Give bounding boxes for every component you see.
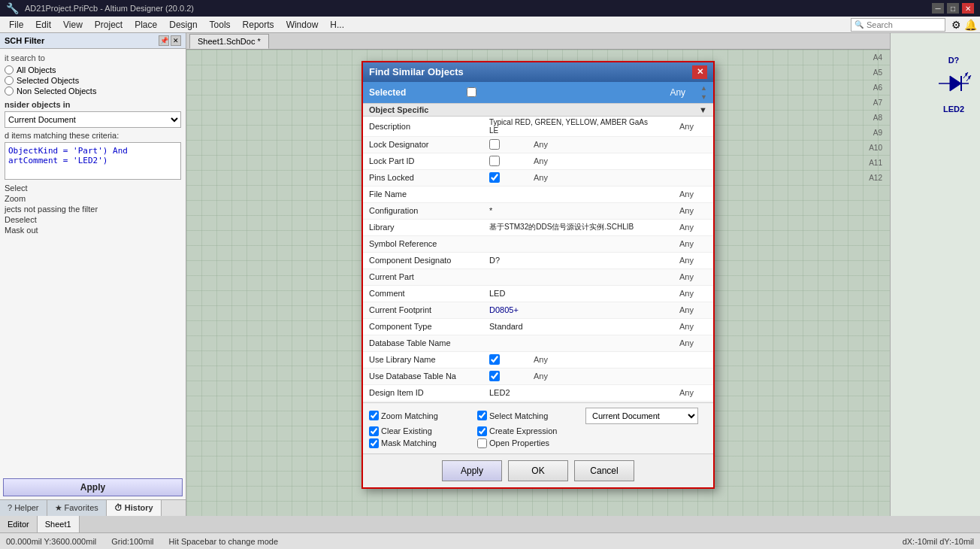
- prop-value-description: Typical RED, GREEN, YELLOW, AMBER GaAs L…: [489, 118, 649, 135]
- prop-any-lock-designator: Any: [503, 140, 548, 149]
- left-apply-button[interactable]: Apply: [3, 478, 183, 496]
- prop-row-description: Description Typical RED, GREEN, YELLOW, …: [363, 117, 713, 137]
- menu-tools[interactable]: Tools: [204, 18, 237, 32]
- consider-scope-select[interactable]: Current Document All Documents: [5, 111, 181, 128]
- dialog-apply-button[interactable]: Apply: [442, 460, 502, 481]
- prop-row-design-item-id: Design Item ID LED2 Any: [363, 385, 713, 402]
- radio-all-objects[interactable]: All Objects: [5, 65, 181, 74]
- notification-icon[interactable]: 🔔: [964, 19, 977, 31]
- mask-matching-label: Mask Matching: [381, 438, 437, 447]
- prop-name-component-designator: Component Designato: [369, 256, 489, 265]
- prop-name-lock-designator: Lock Designator: [369, 140, 489, 149]
- select-matching-checkbox[interactable]: [477, 411, 487, 420]
- radio-selected-objects[interactable]: Selected Objects: [5, 76, 181, 85]
- prop-value-design-item-id: LED2: [489, 388, 649, 397]
- dialog-close-button[interactable]: ✕: [692, 65, 707, 79]
- filter-zoom[interactable]: Zoom: [5, 193, 181, 204]
- search-icon: 🔍: [854, 20, 864, 29]
- radio-non-selected-objects[interactable]: Non Selected Objects: [5, 86, 181, 96]
- prop-any-component-designator: Any: [649, 256, 694, 265]
- menu-file[interactable]: File: [3, 18, 29, 32]
- select-matching-label: Select Matching: [489, 411, 548, 420]
- panel-close-button[interactable]: ✕: [171, 35, 181, 46]
- menu-view[interactable]: View: [57, 18, 89, 32]
- open-properties-checkbox[interactable]: [477, 438, 487, 448]
- prop-checkbox-use-database-table-name[interactable]: [489, 371, 500, 381]
- status-tabs: Editor Sheet1: [0, 516, 980, 532]
- settings-icon[interactable]: ⚙: [951, 19, 961, 31]
- panel-pin-button[interactable]: 📌: [159, 35, 169, 46]
- minimize-button[interactable]: ─: [932, 3, 944, 14]
- prop-row-database-table-name: Database Table Name Any: [363, 335, 713, 352]
- prop-row-component-designator: Component Designato D? Any: [363, 253, 713, 269]
- status-tab-editor[interactable]: Editor: [0, 516, 38, 532]
- status-tab-sheet1[interactable]: Sheet1: [38, 516, 80, 532]
- menu-project[interactable]: Project: [89, 18, 129, 32]
- open-properties-label: Open Properties: [489, 438, 549, 447]
- prop-name-comment: Comment: [369, 289, 489, 298]
- clear-existing-checkbox[interactable]: [369, 426, 379, 436]
- prop-any-library: Any: [649, 223, 694, 232]
- zoom-matching-checkbox[interactable]: [369, 411, 379, 420]
- tab-helper[interactable]: ?Helper: [0, 500, 47, 516]
- scroll-down-icon[interactable]: ▼: [700, 93, 707, 101]
- center-area: Sheet1.SchDoc * A4 A5 A6 A7 A8 A9 A10 A1…: [186, 33, 890, 516]
- mask-matching-checkbox[interactable]: [369, 438, 379, 448]
- favorites-icon: ★: [55, 503, 62, 512]
- app-title: AD21Project.PriPcb - Altium Designer (20…: [25, 4, 194, 13]
- prop-checkbox-pins-locked[interactable]: [489, 172, 500, 183]
- options-row-2: Clear Existing Create Expression: [369, 426, 707, 436]
- zoom-matching-label: Zoom Matching: [381, 411, 438, 420]
- prop-any-database-table-name: Any: [649, 338, 694, 347]
- prop-checkbox-lock-designator[interactable]: [489, 139, 500, 150]
- selected-any: Any: [670, 87, 700, 98]
- consider-label: nsider objects in: [5, 100, 181, 109]
- dialog-title: Find Similar Objects: [369, 66, 464, 77]
- create-expression-checkbox[interactable]: [477, 426, 487, 436]
- prop-name-file-name: File Name: [369, 190, 489, 199]
- prop-any-configuration: Any: [649, 206, 694, 215]
- dialog-footer: Apply OK Cancel: [363, 453, 713, 487]
- dialog-ok-button[interactable]: OK: [508, 460, 568, 481]
- prop-name-current-part: Current Part: [369, 272, 489, 281]
- property-list: Description Typical RED, GREEN, YELLOW, …: [363, 117, 713, 402]
- dialog-cancel-button[interactable]: Cancel: [574, 460, 634, 481]
- title-bar: 🔧 AD21Project.PriPcb - Altium Designer (…: [0, 0, 980, 17]
- prop-name-pins-locked: Pins Locked: [369, 173, 489, 182]
- tab-favorites[interactable]: ★Favorites: [47, 500, 107, 516]
- prop-any-current-part: Any: [649, 272, 694, 281]
- menu-reports[interactable]: Reports: [237, 18, 280, 32]
- dialog-body: Selected Any ▲ ▼ Object Specific ▼: [363, 82, 713, 453]
- prop-name-lock-part-id: Lock Part ID: [369, 156, 489, 165]
- filter-select[interactable]: Select: [5, 183, 181, 193]
- menu-window[interactable]: Window: [280, 18, 325, 32]
- menu-help[interactable]: H...: [324, 18, 350, 32]
- scroll-up-icon[interactable]: ▲: [700, 84, 707, 92]
- filter-mask-out[interactable]: Mask out: [5, 225, 181, 235]
- menu-edit[interactable]: Edit: [29, 18, 57, 32]
- prop-any-use-database-table-name: Any: [503, 372, 548, 381]
- scope-select[interactable]: Current Document All Documents: [585, 408, 698, 424]
- filter-deselect[interactable]: Deselect: [5, 214, 181, 225]
- filter-not-passing[interactable]: jects not passing the filter: [5, 204, 181, 214]
- menu-place[interactable]: Place: [129, 18, 163, 32]
- prop-row-symbol-reference: Symbol Reference Any: [363, 236, 713, 253]
- component-led2-label: LED2: [935, 105, 972, 114]
- prop-checkbox-use-library-name[interactable]: [489, 354, 500, 365]
- selected-checkbox[interactable]: [467, 87, 476, 97]
- prop-row-vault: Vault Any: [363, 402, 713, 402]
- dialog-options: Zoom Matching Select Matching Current Do…: [363, 402, 713, 453]
- options-row-1: Zoom Matching Select Matching Current Do…: [369, 408, 707, 424]
- panel-controls[interactable]: 📌 ✕: [159, 35, 181, 46]
- tab-history[interactable]: ⏱History: [107, 500, 162, 516]
- window-controls[interactable]: ─ □ ✕: [932, 3, 974, 14]
- menu-design[interactable]: Design: [163, 18, 203, 32]
- prop-checkbox-lock-part-id[interactable]: [489, 156, 500, 166]
- section-collapse-icon[interactable]: ▼: [699, 105, 707, 114]
- search-input[interactable]: [867, 20, 942, 29]
- close-button[interactable]: ✕: [962, 3, 974, 14]
- prop-name-current-footprint: Current Footprint: [369, 305, 489, 314]
- clear-existing-label: Clear Existing: [381, 426, 432, 435]
- maximize-button[interactable]: □: [947, 3, 959, 14]
- component-d-area: D? LED2: [935, 56, 972, 114]
